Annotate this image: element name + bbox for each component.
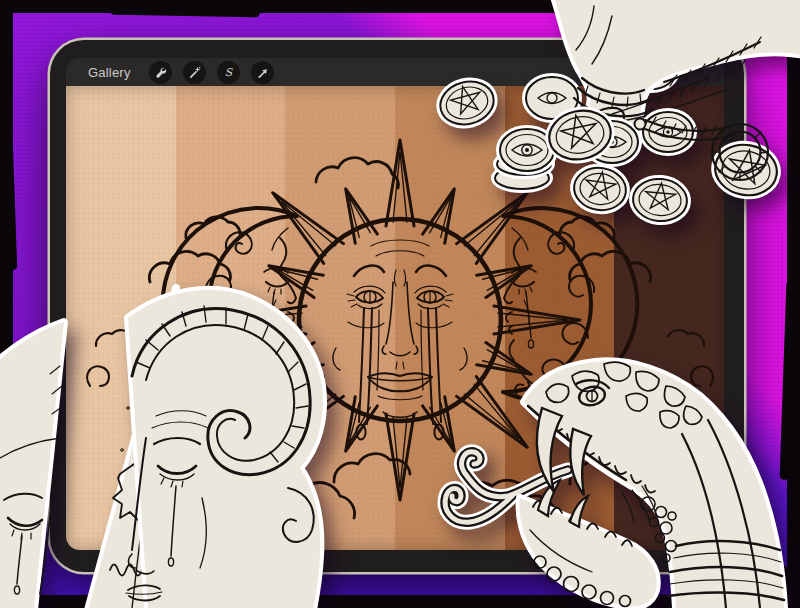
- selection-button[interactable]: S: [217, 61, 240, 84]
- adjustments-wand-icon: [188, 66, 201, 79]
- transform-arrow-icon: [256, 66, 269, 79]
- adjustments-button[interactable]: [183, 61, 206, 84]
- coin: [631, 177, 688, 224]
- selection-s-icon: S: [222, 66, 235, 79]
- coin: [435, 76, 498, 131]
- promo-scene: Gallery S: [0, 0, 800, 608]
- top-cloud: [316, 158, 398, 188]
- actions-button[interactable]: [149, 61, 172, 84]
- coin: [571, 165, 628, 214]
- ram-horned-mask-sticker: [0, 278, 350, 608]
- coin: [495, 129, 554, 189]
- transform-button[interactable]: [251, 61, 274, 84]
- coin-pouch-sticker: [416, 0, 800, 234]
- gallery-button[interactable]: Gallery: [88, 65, 131, 80]
- snake-head-sticker: [420, 350, 800, 608]
- actions-wrench-icon: [154, 66, 167, 79]
- svg-text:S: S: [224, 66, 232, 79]
